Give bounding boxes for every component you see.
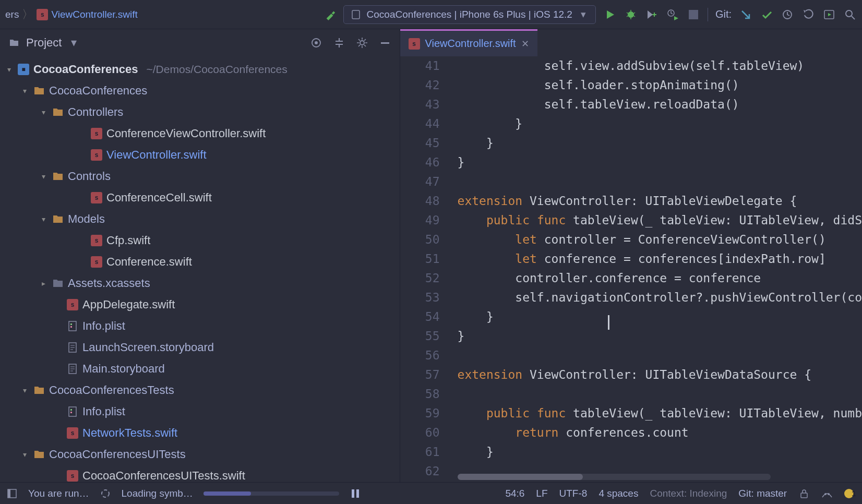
- line-number[interactable]: 63: [400, 481, 440, 482]
- breadcrumb-file[interactable]: s ViewController.swift: [37, 9, 137, 20]
- caret-position[interactable]: 54:6: [505, 488, 524, 499]
- breadcrumb-root[interactable]: ers: [5, 9, 19, 20]
- line-number[interactable]: 47: [400, 172, 440, 191]
- chevron-down-icon[interactable]: ▾: [39, 108, 48, 116]
- line-number[interactable]: 56: [400, 346, 440, 365]
- tree-file[interactable]: Info.plist: [0, 401, 400, 422]
- run-configuration-selector[interactable]: CocoaConferences | iPhone 6s Plus | iOS …: [343, 5, 596, 24]
- indexing-context[interactable]: Context: Indexing: [650, 488, 727, 499]
- git-branch[interactable]: Git: master: [738, 488, 787, 499]
- chevron-down-icon[interactable]: ▾: [39, 172, 48, 181]
- rollback-icon[interactable]: [801, 8, 815, 21]
- tool-window-toggle-icon[interactable]: [6, 488, 18, 499]
- line-number[interactable]: 60: [400, 423, 440, 442]
- editor-tab[interactable]: s ViewController.swift ✕: [400, 29, 537, 56]
- line-number[interactable]: 52: [400, 269, 440, 288]
- line-number[interactable]: 51: [400, 249, 440, 269]
- pause-icon[interactable]: [350, 488, 361, 499]
- code-line[interactable]: }: [458, 114, 862, 134]
- line-number[interactable]: 45: [400, 134, 440, 153]
- line-number[interactable]: 43: [400, 95, 440, 114]
- line-number[interactable]: 50: [400, 230, 440, 249]
- tree-file[interactable]: sCfp.swift: [0, 230, 400, 251]
- line-number[interactable]: 42: [400, 76, 440, 95]
- tree-file[interactable]: sConference.swift: [0, 251, 400, 272]
- code-line[interactable]: let conference = conferences[indexPath.r…: [458, 249, 862, 269]
- line-number[interactable]: 58: [400, 385, 440, 404]
- line-number[interactable]: 59: [400, 404, 440, 423]
- settings-gear-icon[interactable]: [356, 37, 368, 49]
- collapse-all-icon[interactable]: [333, 37, 345, 49]
- indent-setting[interactable]: 4 spaces: [598, 488, 638, 499]
- tree-file[interactable]: sConferenceCell.swift: [0, 187, 400, 208]
- code-line[interactable]: [458, 385, 862, 404]
- code-line[interactable]: return conferences.count: [458, 423, 862, 442]
- tree-folder[interactable]: ▾CocoaConferencesTests: [0, 379, 400, 401]
- close-tab-icon[interactable]: ✕: [521, 38, 529, 50]
- encoding[interactable]: UTF-8: [559, 488, 588, 499]
- line-number[interactable]: 46: [400, 153, 440, 172]
- code-line[interactable]: extension ViewController: UITableViewDat…: [458, 365, 862, 385]
- inspector-icon[interactable]: [821, 488, 833, 499]
- chevron-down-icon[interactable]: ▾: [20, 87, 29, 95]
- search-everywhere-icon[interactable]: [843, 8, 857, 21]
- select-opened-file-icon[interactable]: [310, 37, 322, 49]
- chevron-down-icon[interactable]: ▾: [39, 215, 48, 223]
- coverage-run-icon[interactable]: [645, 8, 659, 21]
- code-line[interactable]: self.tableView.reloadData(): [458, 95, 862, 114]
- line-number[interactable]: 44: [400, 114, 440, 134]
- chevron-down-icon[interactable]: ▾: [4, 65, 14, 74]
- code-line[interactable]: [458, 172, 862, 191]
- line-number[interactable]: 41: [400, 56, 440, 76]
- editor-gutter[interactable]: 4142434445464748495051525354555657585960…: [400, 56, 448, 482]
- run-button-icon[interactable]: [603, 8, 617, 21]
- chevron-right-icon[interactable]: ▸: [39, 279, 48, 287]
- tree-folder[interactable]: ▾Controls: [0, 165, 400, 187]
- horizontal-scrollbar-thumb[interactable]: [458, 474, 583, 480]
- line-number[interactable]: 53: [400, 288, 440, 307]
- hide-panel-icon[interactable]: [379, 37, 391, 49]
- history-icon[interactable]: [781, 8, 794, 21]
- git-commit-icon[interactable]: [760, 8, 773, 21]
- tree-folder[interactable]: ▾CocoaConferences: [0, 80, 400, 101]
- line-number[interactable]: 54: [400, 307, 440, 327]
- code-line[interactable]: }: [458, 134, 862, 153]
- code-line[interactable]: }: [458, 327, 862, 346]
- code-line[interactable]: }: [458, 307, 862, 327]
- code-line[interactable]: extension ViewController: UITableViewDel…: [458, 191, 862, 211]
- tree-file[interactable]: sCocoaConferencesUITests.swift: [0, 465, 400, 482]
- tree-file[interactable]: Info.plist: [0, 315, 400, 337]
- code-editor[interactable]: 4142434445464748495051525354555657585960…: [400, 56, 862, 482]
- tree-file[interactable]: ▸Assets.xcassets: [0, 272, 400, 294]
- code-line[interactable]: public func tableView(_ tableView: UITab…: [458, 404, 862, 423]
- tree-file[interactable]: Main.storyboard: [0, 358, 400, 379]
- line-number[interactable]: 55: [400, 327, 440, 346]
- project-root[interactable]: ▾ ■ CocoaConferences ~/Demos/CocoaConfer…: [0, 58, 400, 80]
- tree-folder[interactable]: ▾Controllers: [0, 101, 400, 123]
- line-number[interactable]: 61: [400, 442, 440, 462]
- git-pull-icon[interactable]: [739, 8, 752, 21]
- code-line[interactable]: self.navigationController?.pushViewContr…: [458, 288, 862, 307]
- horizontal-scrollbar-track[interactable]: [458, 474, 771, 480]
- fold-strip[interactable]: [448, 56, 458, 482]
- chevron-down-icon[interactable]: ▾: [20, 386, 29, 394]
- line-number[interactable]: 62: [400, 462, 440, 481]
- run-tool-window-icon[interactable]: [822, 8, 836, 21]
- lock-icon[interactable]: [798, 488, 810, 499]
- tree-file[interactable]: sConferenceViewController.swift: [0, 123, 400, 144]
- code-line[interactable]: public func tableView(_ tableView: UITab…: [458, 481, 862, 482]
- debug-button-icon[interactable]: [624, 8, 638, 21]
- tree-file[interactable]: sNetworkTests.swift: [0, 422, 400, 443]
- chevron-down-icon[interactable]: ▾: [68, 37, 79, 49]
- tree-folder[interactable]: ▾CocoaConferencesUITests: [0, 443, 400, 465]
- tree-file[interactable]: sAppDelegate.swift: [0, 294, 400, 315]
- project-panel-header[interactable]: Project ▾: [0, 29, 400, 56]
- code-line[interactable]: public func tableView(_ tableView: UITab…: [458, 211, 862, 230]
- code-line[interactable]: }: [458, 442, 862, 462]
- code-line[interactable]: self.view.addSubview(self.tableView): [458, 56, 862, 76]
- line-ending[interactable]: LF: [536, 488, 547, 499]
- tree-file[interactable]: LaunchScreen.storyboard: [0, 337, 400, 358]
- code-line[interactable]: [458, 346, 862, 365]
- build-hammer-icon[interactable]: [325, 9, 336, 20]
- code-line[interactable]: controller.conference = conference: [458, 269, 862, 288]
